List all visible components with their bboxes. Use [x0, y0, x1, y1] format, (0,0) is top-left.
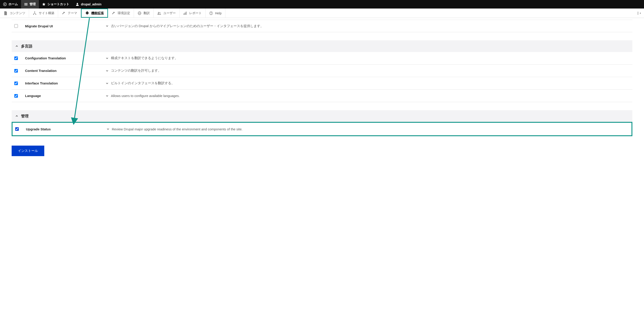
module-checkbox-cell: [12, 69, 25, 73]
checkbox-upgrade-status[interactable]: [15, 127, 19, 131]
section-title: 管理: [21, 114, 28, 119]
chevron-down-icon: [106, 82, 109, 85]
module-desc-text: Allows users to configure available lang…: [111, 94, 180, 98]
menu-content-label: コンテンツ: [10, 11, 25, 15]
top-toolbar: ホーム 管理 ショートカット drupal_admin: [0, 0, 644, 9]
module-desc-cell[interactable]: Review Drupal major upgrade readiness of…: [106, 127, 242, 131]
svg-point-0: [3, 3, 6, 6]
menu-translation[interactable]: 翻訳: [134, 9, 154, 18]
toolbar-home[interactable]: ホーム: [0, 0, 21, 9]
people-icon: [157, 11, 161, 15]
module-desc-text: Review Drupal major upgrade readiness of…: [112, 127, 242, 131]
section-header-multilingual[interactable]: 多言語: [12, 40, 632, 52]
menu-extend[interactable]: 機能拡張: [81, 9, 108, 18]
highlighted-upgrade-status: Upgrade Status Review Drupal major upgra…: [12, 122, 632, 136]
collapse-icon: [637, 11, 641, 15]
module-checkbox-cell: [12, 127, 26, 131]
toolbar-user-label: drupal_admin: [81, 3, 102, 6]
svg-rect-3: [24, 5, 28, 5]
checkbox-config-translation[interactable]: [14, 56, 18, 60]
checkbox-interface-translation[interactable]: [14, 82, 18, 85]
svg-point-16: [211, 14, 211, 14]
section-header-admin[interactable]: 管理: [12, 110, 632, 122]
hamburger-icon: [24, 3, 28, 6]
chevron-down-icon: [106, 57, 109, 60]
wrench-icon: [62, 11, 66, 15]
install-button[interactable]: インストール: [12, 146, 44, 156]
chart-icon: [183, 11, 187, 15]
toolbar-home-label: ホーム: [8, 2, 18, 6]
module-row-migrate-ui: Migrate Drupal UI 古いバージョンの Drupal からのマイグ…: [12, 20, 632, 32]
module-desc-text: コンテンツの翻訳を許可します。: [111, 69, 161, 73]
menu-configuration[interactable]: 環境設定: [108, 9, 134, 18]
toolbar-shortcuts[interactable]: ショートカット: [39, 0, 72, 9]
module-desc-text: ビルトインのインタフェースを翻訳する。: [111, 81, 175, 85]
svg-point-6: [33, 14, 34, 15]
svg-rect-12: [184, 14, 184, 15]
menu-translation-label: 翻訳: [144, 11, 150, 15]
chevron-up-icon: [15, 45, 18, 48]
menu-content[interactable]: コンテンツ: [0, 9, 29, 18]
module-row-config-translation: Configuration Translation 構成テキストを翻訳できるよう…: [12, 52, 632, 65]
menu-help[interactable]: Help: [206, 9, 226, 18]
svg-rect-13: [185, 13, 185, 15]
svg-point-5: [34, 12, 35, 12]
chevron-up-icon: [15, 114, 18, 118]
module-row-language: Language Allows users to configure avail…: [12, 90, 632, 102]
menu-configuration-label: 環境設定: [118, 11, 130, 15]
checkbox-language[interactable]: [14, 94, 18, 98]
hierarchy-icon: [33, 11, 37, 15]
module-desc-cell[interactable]: コンテンツの翻訳を許可します。: [106, 69, 161, 73]
module-name: Upgrade Status: [26, 127, 106, 131]
module-desc-cell[interactable]: 構成テキストを翻訳できるようになります。: [106, 56, 178, 60]
puzzle-icon: [85, 11, 89, 15]
svg-rect-2: [24, 4, 28, 5]
toolbar-manage-label: 管理: [30, 2, 36, 6]
module-name: Configuration Translation: [25, 56, 106, 60]
back-icon: [3, 3, 7, 6]
module-desc-cell[interactable]: Allows users to configure available lang…: [106, 94, 180, 98]
menu-reports-label: レポート: [189, 11, 202, 15]
chevron-down-icon: [106, 127, 110, 131]
svg-point-10: [158, 12, 159, 13]
file-icon: [4, 11, 8, 15]
module-name: Migrate Drupal UI: [25, 24, 106, 28]
module-desc-text: 古いバージョンの Drupal からのマイグレーションのためのユーザー・インタフ…: [111, 24, 264, 28]
module-checkbox-cell: [12, 94, 25, 98]
svg-point-4: [77, 3, 78, 4]
menu-collapse[interactable]: [634, 9, 644, 18]
chevron-down-icon: [106, 69, 109, 72]
module-name: Interface Translation: [25, 81, 106, 85]
menu-appearance[interactable]: テーマ: [58, 9, 81, 18]
checkbox-content-translation[interactable]: [14, 69, 18, 73]
module-desc-cell[interactable]: ビルトインのインタフェースを翻訳する。: [106, 81, 175, 85]
menu-appearance-label: テーマ: [68, 11, 77, 15]
menu-people[interactable]: ユーザー: [154, 9, 180, 18]
globe-icon: [138, 11, 142, 15]
user-icon: [76, 3, 79, 6]
module-checkbox-cell: [12, 82, 25, 85]
menu-help-label: Help: [215, 12, 222, 15]
svg-rect-14: [186, 12, 186, 15]
module-desc-cell[interactable]: 古いバージョンの Drupal からのマイグレーションのためのユーザー・インタフ…: [106, 24, 264, 28]
module-row-upgrade-status: Upgrade Status Review Drupal major upgra…: [12, 123, 632, 135]
module-desc-text: 構成テキストを翻訳できるようになります。: [111, 56, 178, 60]
main-content: Migrate Drupal UI 古いバージョンの Drupal からのマイグ…: [0, 20, 644, 165]
module-name: Content Translation: [25, 69, 106, 73]
menu-structure[interactable]: サイト構築: [29, 9, 58, 18]
chevron-down-icon: [106, 94, 109, 97]
menu-reports[interactable]: レポート: [180, 9, 206, 18]
toolbar-shortcuts-label: ショートカット: [48, 2, 69, 6]
toolbar-manage[interactable]: 管理: [21, 0, 39, 9]
module-checkbox-cell: [12, 56, 25, 60]
svg-point-11: [160, 12, 160, 13]
wrench2-icon: [112, 11, 116, 15]
admin-menu: コンテンツ サイト構築 テーマ 機能拡張 環境設定 翻訳 ユーザー: [0, 9, 644, 18]
menu-people-label: ユーザー: [163, 11, 176, 15]
toolbar-user[interactable]: drupal_admin: [72, 0, 105, 9]
module-row-interface-translation: Interface Translation ビルトインのインタフェースを翻訳する…: [12, 77, 632, 90]
help-icon: [209, 11, 213, 15]
checkbox-migrate-ui[interactable]: [14, 24, 18, 28]
chevron-down-icon: [106, 25, 109, 28]
menu-extend-label: 機能拡張: [91, 11, 104, 15]
